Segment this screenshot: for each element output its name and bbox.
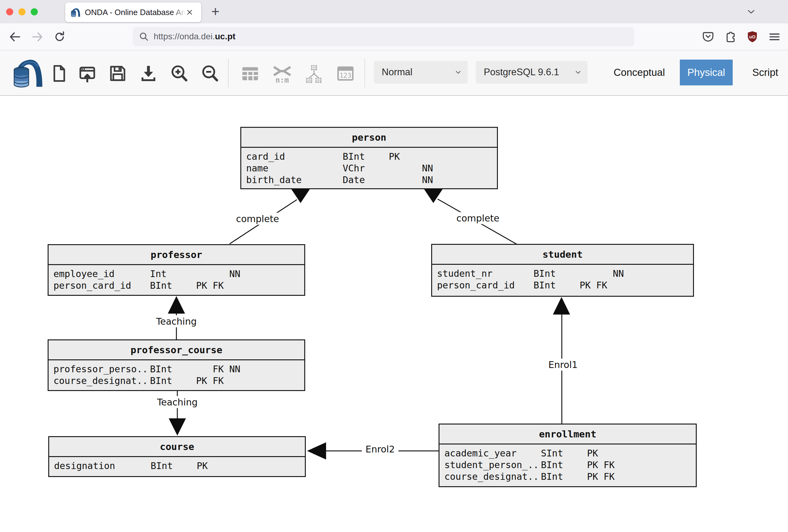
attribute-row: person_card_idBIntPKFK: [48, 280, 304, 291]
save-icon[interactable]: [108, 64, 127, 83]
attr-name: academic_year: [445, 448, 517, 459]
tab-title: ONDA - Online Database Archite: [85, 7, 185, 18]
table-title: person: [241, 128, 497, 148]
tab-close-icon[interactable]: [185, 8, 194, 16]
table-title: professor: [48, 245, 304, 265]
attr-flag-pk: PK: [587, 448, 598, 459]
attr-type: VChr: [343, 163, 365, 174]
tab-strip: ONDA - Online Database Archite +: [0, 0, 788, 23]
attr-flag-nn: NN: [229, 268, 240, 280]
search-icon: [138, 31, 150, 42]
browser-tab[interactable]: ONDA - Online Database Archite: [65, 2, 201, 22]
attr-flag-fk: FK: [213, 363, 224, 375]
relation-label[interactable]: Enrol2: [362, 443, 398, 455]
chevron-down-icon: [455, 69, 461, 76]
attribute-row: employee_idIntNN: [48, 268, 304, 280]
attr-type: SInt: [541, 448, 563, 459]
open-project-icon[interactable]: [77, 64, 97, 84]
navigation-bar: https://onda.dei.uc.pt uO: [0, 23, 788, 50]
menu-hamburger-icon[interactable]: [768, 30, 781, 44]
attr-name: person_card_id: [54, 280, 131, 291]
relation-label[interactable]: Teaching: [153, 315, 200, 327]
attr-flag-pk: PK: [389, 151, 400, 163]
pocket-icon[interactable]: [701, 30, 715, 44]
close-window-button[interactable]: [6, 8, 13, 15]
url-bar[interactable]: https://onda.dei.uc.pt: [133, 27, 634, 46]
attribute-row: designationBIntPK: [49, 460, 305, 472]
url-text: https://onda.dei.uc.pt: [154, 32, 235, 41]
ublock-origin-icon[interactable]: uO: [746, 30, 759, 44]
table-person[interactable]: person card_idBIntPKnameVChrNNbirth_date…: [240, 127, 498, 189]
table-title: professor_course: [48, 340, 304, 360]
add-hierarchy-icon[interactable]: [304, 64, 324, 84]
view-tab-physical[interactable]: Physical: [680, 60, 733, 85]
attr-type: BInt: [541, 459, 563, 471]
attr-name: student_person_..: [445, 459, 539, 471]
table-title: student: [432, 245, 693, 265]
attr-flag-fk: FK: [596, 280, 607, 291]
table-professor-course[interactable]: professor_course professor_perso..BIntFK…: [47, 340, 305, 391]
attr-type: BInt: [534, 268, 556, 280]
attr-flag-fk: FK: [213, 280, 224, 291]
table-attributes: designationBIntPK: [49, 457, 305, 472]
attr-name: birth_date: [246, 174, 302, 186]
relation-label[interactable]: complete: [453, 212, 503, 224]
add-table-icon[interactable]: [240, 64, 260, 84]
extensions-puzzle-icon[interactable]: [724, 30, 737, 44]
add-nm-relation-icon[interactable]: n:m: [272, 64, 293, 85]
view-tab-conceptual[interactable]: Conceptual: [604, 60, 675, 85]
zoom-in-icon[interactable]: [170, 64, 189, 83]
download-icon[interactable]: [139, 64, 158, 83]
attr-type: BInt: [151, 460, 173, 472]
attribute-row: course_designat..BIntPKFK: [439, 471, 696, 483]
table-enrollment[interactable]: enrollment academic_yearSIntPKstudent_pe…: [438, 424, 697, 487]
forward-icon[interactable]: [31, 30, 44, 44]
table-title: course: [49, 437, 305, 457]
new-document-icon[interactable]: [49, 64, 68, 83]
attribute-row: nameVChrNN: [241, 163, 497, 174]
add-sequence-icon[interactable]: 123: [336, 64, 355, 84]
attr-name: student_nr: [437, 268, 493, 280]
relation-label[interactable]: Enrol1: [545, 359, 581, 371]
attr-name: course_designat..: [445, 471, 539, 483]
attr-type: Int: [150, 268, 166, 280]
reload-icon[interactable]: [53, 30, 66, 44]
table-title: enrollment: [439, 425, 696, 445]
attr-type: BInt: [534, 280, 556, 291]
attribute-row: student_person_..BIntPKFK: [439, 459, 696, 471]
attr-type: Date: [343, 174, 365, 186]
attr-flag-nn: NN: [613, 268, 624, 280]
attr-name: card_id: [246, 151, 285, 163]
attr-name: course_designat..: [54, 375, 148, 387]
zoom-window-button[interactable]: [31, 8, 38, 15]
attribute-row: professor_perso..BIntFKNN: [48, 363, 304, 375]
relation-label[interactable]: Teaching: [153, 396, 201, 408]
svg-text:n:m: n:m: [275, 76, 289, 84]
attr-flag-nn: NN: [229, 363, 240, 375]
zoom-out-icon[interactable]: [200, 64, 219, 83]
tab-overflow-chevron-icon[interactable]: [746, 6, 757, 17]
notation-select[interactable]: Normal: [374, 61, 468, 84]
table-attributes: academic_yearSIntPKstudent_person_..BInt…: [439, 445, 696, 483]
window-controls: [6, 8, 38, 15]
back-icon[interactable]: [8, 30, 21, 44]
onda-logo: [11, 54, 44, 91]
attr-flag-pk: PK: [587, 471, 598, 483]
onda-toolbar: n:m 123 Normal PostgreSQL 9.6.1: [0, 50, 788, 96]
relation-label[interactable]: complete: [232, 213, 283, 225]
attr-flag-nn: NN: [422, 163, 433, 174]
notation-select-value: Normal: [382, 67, 412, 78]
engine-select[interactable]: PostgreSQL 9.6.1: [476, 61, 588, 84]
attribute-row: card_idBIntPK: [241, 151, 497, 163]
new-tab-button[interactable]: +: [208, 3, 223, 20]
chevron-down-icon: [575, 69, 582, 76]
browser-window: person card_idBIntPKnameVChrNNbirth_date…: [0, 0, 788, 532]
table-attributes: employee_idIntNNperson_card_idBIntPKFK: [48, 265, 304, 291]
minimize-window-button[interactable]: [18, 8, 25, 15]
table-course[interactable]: course designationBIntPK: [48, 436, 306, 477]
view-tab-script[interactable]: Script: [747, 60, 784, 85]
attr-name: professor_perso..: [54, 363, 148, 375]
table-student[interactable]: student student_nrBIntNNperson_card_idBI…: [431, 244, 694, 297]
attr-name: employee_id: [54, 268, 115, 280]
table-professor[interactable]: professor employee_idIntNNperson_card_id…: [47, 244, 305, 296]
